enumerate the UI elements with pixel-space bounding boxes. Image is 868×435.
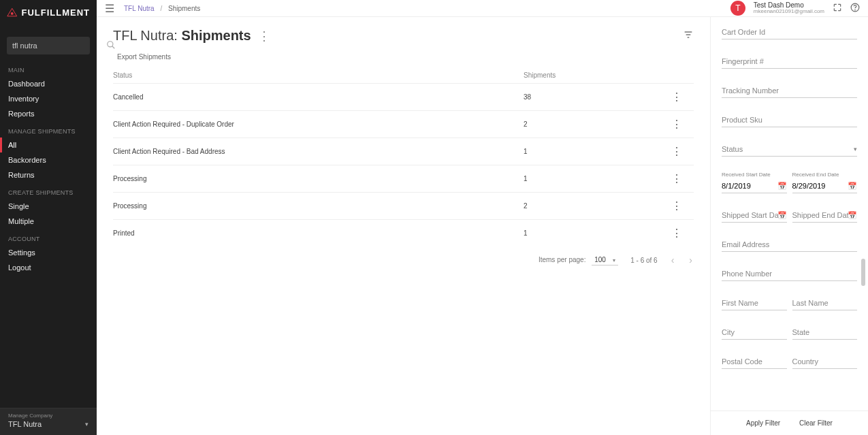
- nav-section-create-shipments: CREATE SHIPMENTS: [0, 182, 97, 199]
- filter-panel: ▾ Received Start Date 📅 Received End Dat…: [710, 17, 868, 435]
- nav-inventory[interactable]: Inventory: [0, 91, 97, 106]
- received-end-label: Received End Date: [792, 172, 858, 178]
- company-selector-value: TFL Nutra: [8, 420, 42, 428]
- paginator-range: 1 - 6 of 6: [630, 257, 657, 264]
- filter-icon[interactable]: [683, 29, 694, 43]
- breadcrumb-parent[interactable]: TFL Nutra: [124, 5, 155, 12]
- table-row: Client Action Required - Bad Address 1 ⋮: [113, 138, 694, 165]
- nav-section-main: MAIN: [0, 60, 97, 76]
- nav-section-account: ACCOUNT: [0, 229, 97, 245]
- menu-icon[interactable]: ☰: [105, 2, 114, 15]
- cell-shipments: 2: [524, 120, 660, 128]
- filter-email[interactable]: [722, 238, 857, 252]
- cell-shipments: 1: [524, 148, 660, 155]
- table-header: Status Shipments: [113, 67, 694, 83]
- user-email: mkeenan021091@gmail.com: [754, 9, 824, 15]
- page-menu-icon[interactable]: ⋮: [258, 30, 270, 42]
- items-per-page-label: Items per page:: [539, 256, 585, 263]
- received-start-label: Received Start Date: [722, 172, 787, 178]
- page-title: TFL Nutra: Shipments: [113, 28, 251, 44]
- nav-backorders[interactable]: Backorders: [0, 152, 97, 167]
- apply-filter-button[interactable]: Apply Filter: [746, 419, 780, 427]
- paginator: Items per page: 100 1 - 6 of 6 ‹ ›: [113, 255, 694, 265]
- clear-filter-button[interactable]: Clear Filter: [799, 419, 833, 427]
- nav-multiple[interactable]: Multiple: [0, 214, 97, 229]
- cell-status: Cancelled: [113, 93, 524, 101]
- shipments-table: Status Shipments Cancelled 38 ⋮Client Ac…: [113, 67, 694, 246]
- filter-state[interactable]: [792, 325, 858, 340]
- row-menu-icon[interactable]: ⋮: [660, 145, 694, 158]
- filter-postal[interactable]: [722, 355, 787, 369]
- filter-tracking-number[interactable]: [722, 84, 857, 98]
- filter-last-name[interactable]: [792, 296, 858, 310]
- nav-all[interactable]: All: [0, 138, 97, 152]
- sidebar-search[interactable]: [7, 37, 90, 54]
- logo-text: FULFILLMENT: [21, 8, 90, 17]
- table-row: Client Action Required - Duplicate Order…: [113, 110, 694, 138]
- cell-status: Client Action Required - Bad Address: [113, 148, 524, 155]
- breadcrumb-current: Shipments: [168, 5, 200, 12]
- chevron-down-icon: ▾: [85, 421, 89, 428]
- filter-status[interactable]: [722, 142, 857, 157]
- nav-logout[interactable]: Logout: [0, 260, 97, 275]
- cell-shipments: 2: [524, 202, 660, 210]
- sidebar-search-input[interactable]: [12, 42, 106, 50]
- scrollbar[interactable]: [861, 259, 865, 286]
- company-selector[interactable]: Manage Company TFL Nutra ▾: [0, 408, 97, 435]
- export-shipments-link[interactable]: Export Shipments: [113, 49, 175, 67]
- filter-phone[interactable]: [722, 267, 857, 281]
- cell-status: Printed: [113, 229, 524, 237]
- table-row: Processing 1 ⋮: [113, 165, 694, 192]
- row-menu-icon[interactable]: ⋮: [660, 91, 694, 103]
- nav-returns[interactable]: Returns: [0, 167, 97, 182]
- nav-settings[interactable]: Settings: [0, 245, 97, 260]
- table-row: Processing 2 ⋮: [113, 192, 694, 219]
- help-icon[interactable]: [850, 3, 860, 14]
- company-selector-label: Manage Company: [8, 413, 89, 419]
- cell-status: Processing: [113, 202, 524, 210]
- header-status: Status: [113, 71, 524, 79]
- filter-product-sku[interactable]: [722, 113, 857, 127]
- items-per-page-select[interactable]: 100: [592, 255, 618, 265]
- breadcrumb: TFL Nutra / Shipments: [124, 5, 200, 12]
- filter-first-name[interactable]: [722, 296, 787, 310]
- filter-fingerprint[interactable]: [722, 54, 857, 69]
- brand-name: FULFILLMENT: [21, 7, 90, 18]
- filter-country[interactable]: [792, 355, 858, 369]
- cell-status: Client Action Required - Duplicate Order: [113, 120, 524, 128]
- svg-point-1: [11, 12, 14, 15]
- breadcrumb-sep: /: [160, 5, 162, 12]
- row-menu-icon[interactable]: ⋮: [660, 199, 694, 212]
- nav-section-manage-shipments: MANAGE SHIPMENTS: [0, 121, 97, 138]
- filter-city[interactable]: [722, 325, 787, 340]
- paginator-next[interactable]: ›: [688, 255, 694, 265]
- calendar-icon[interactable]: 📅: [848, 182, 857, 191]
- logo-icon: [7, 4, 17, 20]
- nav-dashboard[interactable]: Dashboard: [0, 76, 97, 91]
- main-content: TFL Nutra: Shipments ⋮ Export Shipments …: [97, 17, 710, 435]
- row-menu-icon[interactable]: ⋮: [660, 118, 694, 131]
- cell-shipments: 38: [524, 93, 660, 101]
- header-shipments: Shipments: [524, 71, 660, 79]
- topbar: ☰ TFL Nutra / Shipments T Test Dash Demo…: [97, 0, 868, 17]
- table-row: Cancelled 38 ⋮: [113, 83, 694, 110]
- sidebar: FULFILLMENT MAIN Dashboard Inventory Rep…: [0, 0, 97, 435]
- filter-cart-order-id[interactable]: [722, 25, 857, 39]
- table-row: Printed 1 ⋮: [113, 219, 694, 246]
- calendar-icon[interactable]: 📅: [777, 211, 787, 220]
- row-menu-icon[interactable]: ⋮: [660, 172, 694, 185]
- avatar[interactable]: T: [730, 1, 745, 16]
- calendar-icon[interactable]: 📅: [848, 211, 857, 220]
- row-menu-icon[interactable]: ⋮: [660, 227, 694, 240]
- user-info: Test Dash Demo mkeenan021091@gmail.com: [754, 1, 824, 15]
- calendar-icon[interactable]: 📅: [777, 182, 787, 191]
- svg-point-5: [855, 10, 856, 10]
- cell-shipments: 1: [524, 175, 660, 182]
- nav-single[interactable]: Single: [0, 199, 97, 214]
- paginator-prev[interactable]: ‹: [670, 255, 676, 265]
- fullscreen-icon[interactable]: [833, 3, 842, 14]
- nav-reports[interactable]: Reports: [0, 106, 97, 121]
- cell-shipments: 1: [524, 229, 660, 237]
- cell-status: Processing: [113, 175, 524, 182]
- logo: FULFILLMENT: [0, 0, 97, 25]
